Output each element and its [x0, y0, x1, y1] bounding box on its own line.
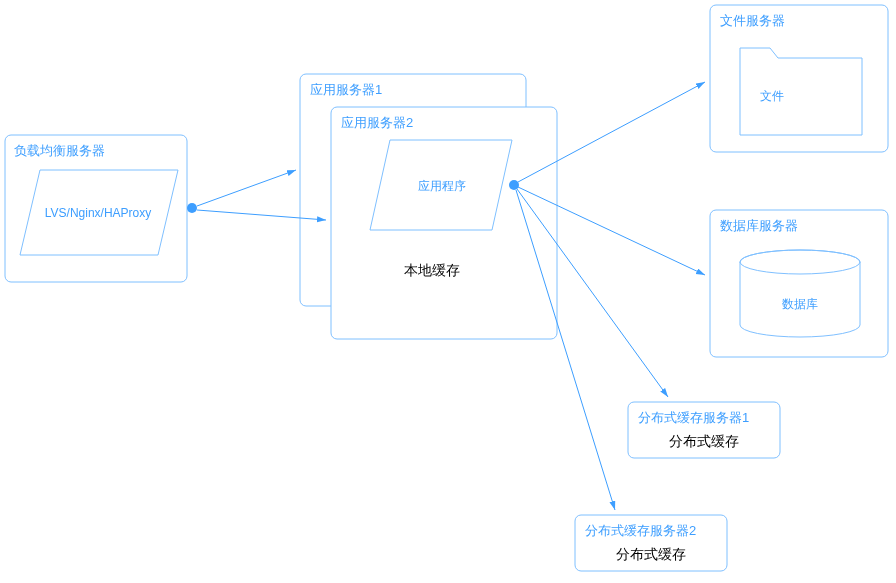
app2-title: 应用服务器2 [341, 115, 413, 130]
lb-out-dot [187, 203, 197, 213]
load-balancer-node: 负载均衡服务器 LVS/Nginx/HAProxy [5, 135, 187, 282]
dcache1-title: 分布式缓存服务器1 [638, 410, 749, 425]
app1-title: 应用服务器1 [310, 82, 382, 97]
dbserver-title: 数据库服务器 [720, 218, 798, 233]
dbserver-inner-label: 数据库 [782, 297, 818, 311]
edge-app-dcache2 [516, 190, 615, 510]
edge-lb-app1 [197, 170, 296, 206]
architecture-diagram: 负载均衡服务器 LVS/Nginx/HAProxy 应用服务器1 应用服务器2 … [0, 0, 896, 583]
app2-cache-label: 本地缓存 [404, 262, 460, 278]
dcache2-label: 分布式缓存 [616, 546, 686, 562]
dcache-2-node: 分布式缓存服务器2 分布式缓存 [575, 515, 727, 571]
lb-title: 负载均衡服务器 [14, 143, 105, 158]
lb-inner-label: LVS/Nginx/HAProxy [45, 206, 151, 220]
fileserver-inner-label: 文件 [760, 89, 784, 103]
dcache2-title: 分布式缓存服务器2 [585, 523, 696, 538]
fileserver-title: 文件服务器 [720, 13, 785, 28]
dcache1-label: 分布式缓存 [669, 433, 739, 449]
dcache-1-node: 分布式缓存服务器1 分布式缓存 [628, 402, 780, 458]
file-server-node: 文件服务器 文件 [710, 5, 888, 152]
app-server-2-node: 应用服务器2 应用程序 本地缓存 [331, 107, 557, 339]
app-out-dot [509, 180, 519, 190]
db-server-node: 数据库服务器 数据库 [710, 210, 888, 357]
app2-inner-label: 应用程序 [418, 179, 466, 193]
